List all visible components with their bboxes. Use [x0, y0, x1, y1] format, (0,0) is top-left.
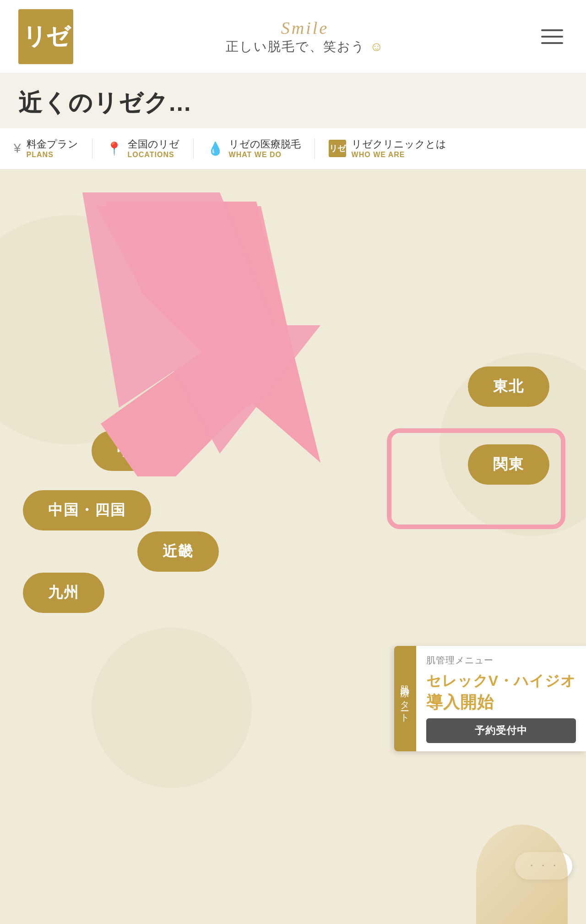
region-button-kyushu[interactable]: 九州 [23, 573, 104, 613]
map-area: 東北 関東 中部 中国・四国 近畿 九州 肌治療スタート 肌管理メニュー セレッ… [0, 169, 586, 924]
smile-text: Smile [281, 18, 329, 38]
side-notification: 肌治療スタート 肌管理メニュー セレックV・ハイジオ導入開始 予約受付中 [394, 646, 586, 751]
tagline-emoji: ☺ [370, 39, 384, 54]
water-icon: 💧 [207, 141, 223, 156]
region-button-kinki[interactable]: 近畿 [137, 531, 219, 572]
notif-button[interactable]: 予約受付中 [426, 718, 576, 743]
region-button-tohoku[interactable]: 東北 [468, 366, 549, 407]
header-tagline: 正しい脱毛で、笑おう ☺ [226, 38, 384, 55]
tagline-text: 正しい脱毛で、笑おう [226, 39, 365, 54]
kinki-label: 近畿 [163, 543, 194, 559]
nav-locations-en: LOCATIONS [128, 151, 179, 159]
location-icon: 📍 [106, 141, 122, 156]
nav-item-what-we-do[interactable]: 💧 リゼの医療脱毛 WHAT WE DO [194, 138, 315, 159]
nav-plans-jp: 料金プラン [27, 138, 78, 150]
nav-whatwedo-en: WHAT WE DO [229, 151, 301, 159]
header: リゼ Smile 正しい脱毛で、笑おう ☺ [0, 0, 586, 73]
notif-tab[interactable]: 肌治療スタート [394, 646, 416, 751]
notif-tab-text: 肌治療スタート [399, 678, 412, 719]
character-image [476, 825, 568, 924]
notif-content: 肌管理メニュー セレックV・ハイジオ導入開始 予約受付中 [416, 646, 586, 751]
nav-item-locations[interactable]: 📍 全国のリゼ LOCATIONS [92, 138, 194, 159]
nav-item-who-we-are[interactable]: リゼ リゼクリニックとは WHO WE ARE [315, 138, 460, 159]
region-button-kanto[interactable]: 関東 [468, 444, 549, 485]
nav-whatwedo-jp: リゼの医療脱毛 [229, 138, 301, 150]
region-button-chugoku[interactable]: 中国・四国 [23, 490, 151, 530]
notif-title: セレックV・ハイジオ導入開始 [426, 671, 576, 714]
rize-logo-icon: リゼ [329, 140, 346, 157]
tohoku-label: 東北 [493, 378, 524, 394]
kyushu-label: 九州 [48, 584, 79, 601]
notif-subtitle: 肌管理メニュー [426, 654, 576, 667]
nav-locations-jp: 全国のリゼ [128, 138, 179, 150]
notif-button-label: 予約受付中 [475, 725, 527, 736]
chugoku-label: 中国・四国 [48, 502, 126, 518]
header-center: Smile 正しい脱毛で、笑おう ☺ [73, 18, 537, 55]
hamburger-line-1 [541, 29, 563, 31]
nav-bar: ¥ 料金プラン PLANS 📍 全国のリゼ LOCATIONS 💧 リゼの医療脱… [0, 128, 586, 169]
nav-item-plans[interactable]: ¥ 料金プラン PLANS [9, 138, 92, 159]
hamburger-line-2 [541, 36, 563, 38]
nav-plans-en: PLANS [27, 151, 78, 159]
yen-icon: ¥ [14, 141, 21, 156]
pink-arrow-main [46, 188, 343, 481]
page-title-area: 近くのリゼク... [0, 73, 586, 128]
hamburger-button[interactable] [537, 25, 568, 49]
hamburger-line-3 [541, 42, 563, 44]
nav-whoweare-jp: リゼクリニックとは [352, 138, 446, 150]
logo-text: リゼ [22, 21, 69, 53]
kanto-label: 関東 [493, 456, 524, 472]
watermark-3 [92, 628, 252, 788]
logo[interactable]: リゼ [18, 9, 73, 64]
nav-whoweare-en: WHO WE ARE [352, 151, 446, 159]
page-title: 近くのリゼク... [18, 87, 568, 119]
